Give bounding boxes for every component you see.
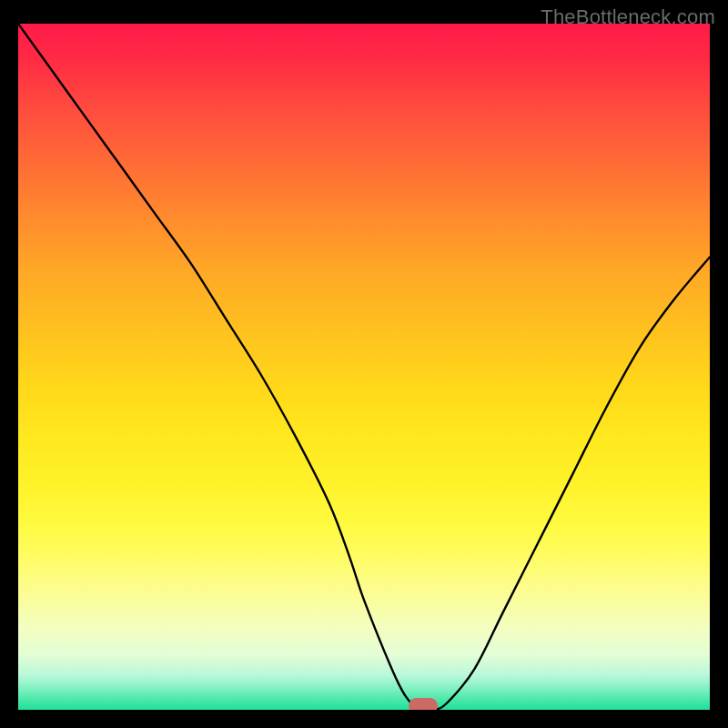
attribution-text: TheBottleneck.com	[541, 5, 715, 29]
plot-area	[18, 24, 710, 710]
bottleneck-curve	[18, 24, 710, 710]
optimal-marker	[409, 698, 438, 710]
